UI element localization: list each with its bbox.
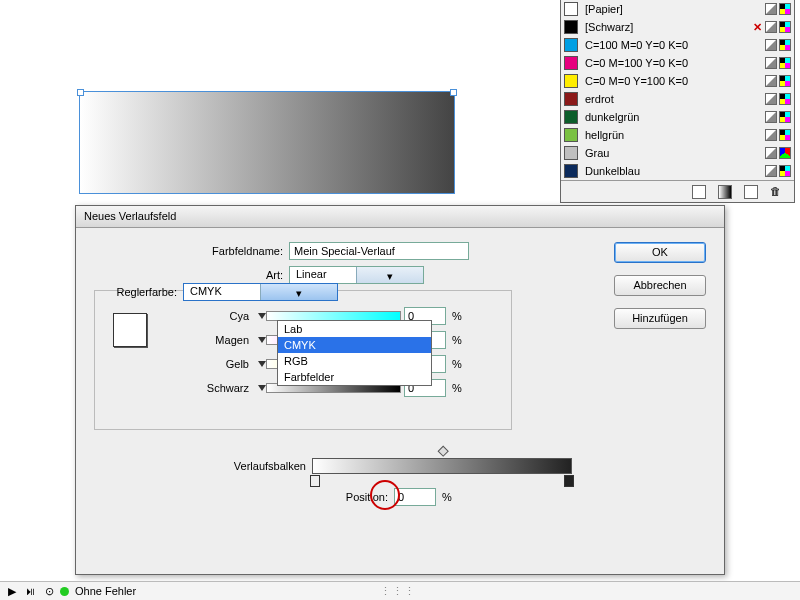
swatch-row[interactable]: erdrot (561, 90, 794, 108)
new-gradient-dialog: Neues Verlaufsfeld Farbfeldname: Art: Li… (75, 205, 725, 575)
swatch-row[interactable]: C=0 M=100 Y=0 K=0 (561, 54, 794, 72)
swatch-row[interactable]: C=0 M=0 Y=100 K=0 (561, 72, 794, 90)
trash-icon[interactable]: 🗑 (770, 185, 784, 199)
status-text: Ohne Fehler (75, 585, 136, 597)
swatch-row[interactable]: [Papier] (561, 0, 794, 18)
swatch-name-input[interactable] (289, 242, 469, 260)
swatch-row[interactable]: Grau (561, 144, 794, 162)
dd-option-swatches[interactable]: Farbfelder (278, 369, 431, 385)
gradient-stop-left[interactable] (310, 475, 320, 487)
dd-option-lab[interactable]: Lab (278, 321, 431, 337)
stopcolor-dropdown-list: Lab CMYK RGB Farbfelder (277, 320, 432, 386)
midpoint-diamond-icon[interactable] (438, 446, 449, 457)
resize-grip-icon[interactable]: ⋮⋮⋮ (380, 585, 416, 598)
chevron-down-icon: ▾ (356, 267, 423, 283)
gradient-ramp-label: Verlaufsbalken (94, 460, 312, 472)
yellow-label: Gelb (105, 358, 255, 370)
ok-button[interactable]: OK (614, 242, 706, 263)
type-combo[interactable]: Linear▾ (289, 266, 424, 284)
gradient-stop-right[interactable] (564, 475, 574, 487)
dd-option-rgb[interactable]: RGB (278, 353, 431, 369)
stopcolor-label: Reglerfarbe: (99, 286, 183, 298)
dialog-title: Neues Verlaufsfeld (76, 206, 724, 228)
swatch-row[interactable]: hellgrün (561, 126, 794, 144)
position-input[interactable] (394, 488, 436, 506)
name-label: Farbfeldname: (94, 245, 289, 257)
cancel-button[interactable]: Abbrechen (614, 275, 706, 296)
swatches-panel: [Papier] [Schwarz]✕ C=100 M=0 Y=0 K=0 C=… (560, 0, 795, 203)
stopcolor-combo[interactable]: CMYK▾ (183, 283, 338, 301)
swatch-row[interactable]: [Schwarz]✕ (561, 18, 794, 36)
status-dot-icon (60, 587, 69, 596)
swatch-display-icon[interactable] (692, 185, 706, 199)
swatch-row[interactable]: Dunkelblau (561, 162, 794, 180)
swatch-row[interactable]: dunkelgrün (561, 108, 794, 126)
gradient-ramp[interactable] (312, 458, 572, 474)
stop-color-preview[interactable] (113, 313, 147, 347)
delete-x-icon: ✕ (751, 21, 763, 34)
new-swatch-icon[interactable] (744, 185, 758, 199)
type-label: Art: (94, 269, 289, 281)
new-gradient-icon[interactable] (718, 185, 732, 199)
play-icon[interactable]: ▶ ⏯ ⊙ (8, 585, 54, 598)
swatches-footer: 🗑 (561, 180, 794, 202)
black-label: Schwarz (105, 382, 255, 394)
chevron-down-icon: ▾ (260, 284, 337, 300)
position-label: Position: (94, 491, 394, 503)
add-button[interactable]: Hinzufügen (614, 308, 706, 329)
dd-option-cmyk[interactable]: CMYK (278, 337, 431, 353)
swatch-row[interactable]: C=100 M=0 Y=0 K=0 (561, 36, 794, 54)
status-bar: ▶ ⏯ ⊙ Ohne Fehler ⋮⋮⋮ (0, 581, 800, 600)
canvas-gradient-rect[interactable] (79, 91, 455, 194)
